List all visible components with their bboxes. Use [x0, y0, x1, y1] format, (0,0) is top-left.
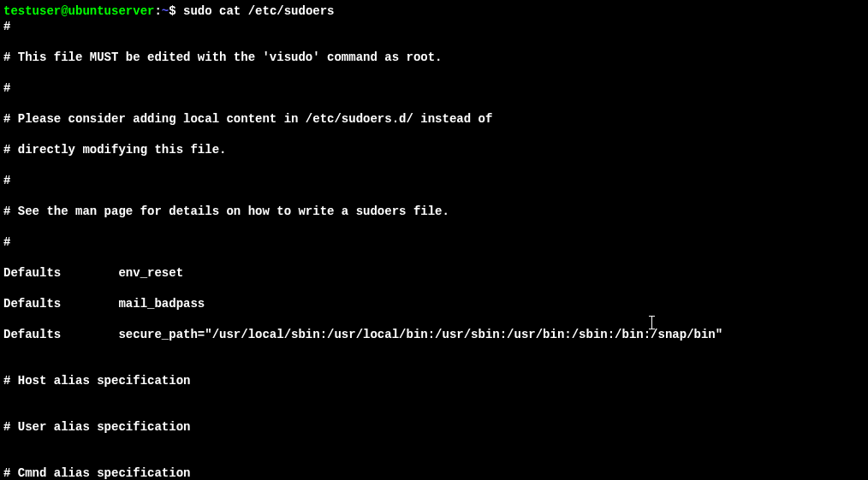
- output-line: #: [3, 19, 865, 34]
- output-line: # Cmnd alias specification: [3, 465, 865, 480]
- terminal-window[interactable]: testuser@ubuntuserver:~$ sudo cat /etc/s…: [3, 3, 865, 480]
- output-line: # User alias specification: [3, 419, 865, 435]
- output-line: # Please consider adding local content i…: [3, 111, 865, 127]
- output-line: # See the man page for details on how to…: [3, 204, 865, 219]
- prompt-user-host: testuser@ubuntuserver: [3, 4, 154, 18]
- output-line: # This file MUST be edited with the 'vis…: [3, 50, 865, 65]
- output-line: Defaults env_reset: [3, 265, 865, 281]
- command-text: sudo cat /etc/sudoers: [183, 4, 334, 18]
- output-line: Defaults mail_badpass: [3, 296, 865, 311]
- output-line: #: [3, 234, 865, 250]
- prompt-colon: :: [154, 4, 161, 18]
- prompt-dollar: $: [169, 4, 183, 18]
- output-line: Defaults secure_path="/usr/local/sbin:/u…: [3, 327, 865, 342]
- output-line: #: [3, 80, 865, 96]
- prompt-path: ~: [162, 4, 169, 18]
- output-line: # Host alias specification: [3, 373, 865, 388]
- output-line: #: [3, 173, 865, 188]
- output-line: # directly modifying this file.: [3, 142, 865, 157]
